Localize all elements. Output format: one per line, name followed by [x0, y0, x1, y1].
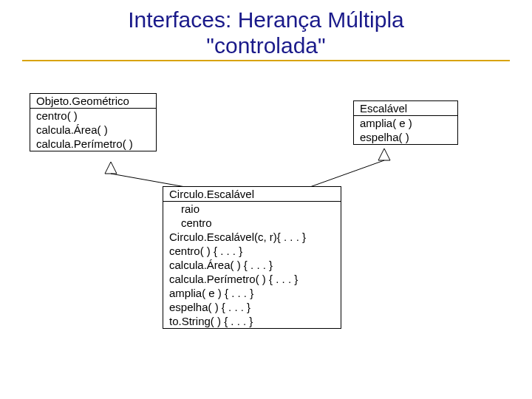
- title-line-2: "controlada": [0, 33, 532, 59]
- svg-marker-0: [105, 162, 117, 174]
- svg-marker-2: [378, 149, 390, 160]
- class-method: calcula.Área( ): [30, 123, 156, 137]
- class-method: centro( ): [30, 109, 156, 123]
- title-underline: [22, 60, 510, 61]
- class-method: espelha( ): [354, 130, 457, 144]
- class-method: Circulo.Escalável(c, r){ . . . }: [163, 230, 341, 244]
- class-name: Escalável: [354, 101, 457, 115]
- class-method: espelha( ) { . . . }: [163, 300, 341, 314]
- class-method: amplia( e ) { . . . }: [163, 286, 341, 300]
- class-method: calcula.Perímetro( ): [30, 137, 156, 151]
- class-box-escalavel: Escalável amplia( e ) espelha( ): [353, 100, 458, 145]
- class-method: centro( ) { . . . }: [163, 244, 341, 258]
- title-line-1: Interfaces: Herança Múltipla: [0, 7, 532, 33]
- class-attr: centro: [163, 216, 341, 230]
- slide-title: Interfaces: Herança Múltipla "controlada…: [0, 0, 532, 61]
- class-box-circulo-escalavel: Circulo.Escalável raio centro Circulo.Es…: [163, 186, 341, 329]
- class-method: amplia( e ): [354, 116, 457, 130]
- class-attr: raio: [163, 202, 341, 216]
- class-box-objeto-geometrico: Objeto.Geométrico centro( ) calcula.Área…: [30, 93, 157, 151]
- class-name: Objeto.Geométrico: [30, 94, 156, 108]
- class-method: to.String( ) { . . . }: [163, 314, 341, 328]
- class-name: Circulo.Escalável: [163, 187, 341, 201]
- class-method: calcula.Perímetro( ) { . . . }: [163, 272, 341, 286]
- class-method: calcula.Área( ) { . . . }: [163, 258, 341, 272]
